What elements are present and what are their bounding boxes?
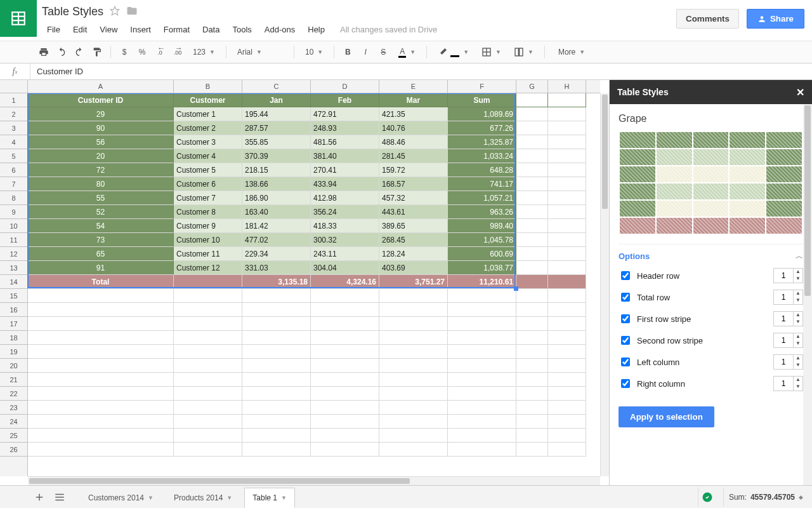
redo-icon[interactable] [71, 44, 88, 60]
spin-up-icon[interactable]: ▲ [794, 290, 802, 297]
row-header-20[interactable]: 20 [0, 359, 27, 373]
row-header-21[interactable]: 21 [0, 373, 27, 387]
borders-button[interactable]: ▼ [476, 44, 507, 60]
menu-tools[interactable]: Tools [227, 22, 256, 37]
more-button[interactable]: More▼ [553, 44, 591, 60]
option-checkbox[interactable] [621, 293, 630, 302]
caret-down-icon[interactable]: ▼ [226, 495, 232, 501]
caret-down-icon[interactable]: ▼ [148, 495, 154, 501]
col-header-A[interactable]: A [28, 80, 174, 93]
col-header-C[interactable]: C [242, 80, 311, 93]
col-header-G[interactable]: G [516, 80, 548, 93]
sheet-tab-1[interactable]: Products 2014▼ [166, 488, 240, 508]
fontsize-select[interactable]: 10▼ [299, 44, 329, 60]
option-spinner[interactable]: ▲▼ [773, 333, 803, 348]
horizontal-scrollbar[interactable] [28, 476, 600, 485]
doc-title[interactable]: Table Styles [42, 5, 103, 18]
option-checkbox[interactable] [621, 314, 630, 323]
row-header-5[interactable]: 5 [0, 149, 27, 163]
col-header-F[interactable]: F [448, 80, 516, 93]
col-header-H[interactable]: H [548, 80, 586, 93]
col-header-D[interactable]: D [311, 80, 379, 93]
row-header-11[interactable]: 11 [0, 233, 27, 247]
option-checkbox[interactable] [621, 379, 630, 388]
caret-down-icon[interactable]: ▼ [281, 495, 287, 501]
row-header-17[interactable]: 17 [0, 317, 27, 331]
option-spinner[interactable]: ▲▼ [773, 376, 803, 391]
row-header-1[interactable]: 1 [0, 93, 27, 107]
menu-data[interactable]: Data [197, 22, 225, 37]
option-checkbox[interactable] [621, 271, 630, 280]
paint-format-icon[interactable] [89, 44, 105, 60]
option-checkbox[interactable] [621, 336, 630, 345]
vertical-scrollbar[interactable] [600, 93, 609, 476]
sheet-tab-2[interactable]: Table 1▼ [244, 488, 295, 508]
option-value[interactable] [774, 333, 793, 347]
strikethrough-button[interactable]: S [375, 44, 391, 60]
merge-button[interactable]: ▼ [508, 44, 539, 60]
row-header-8[interactable]: 8 [0, 191, 27, 205]
menu-edit[interactable]: Edit [68, 22, 92, 37]
row-header-12[interactable]: 12 [0, 247, 27, 261]
row-header-6[interactable]: 6 [0, 163, 27, 177]
spreadsheet-grid[interactable]: ABCDEFGH 1234567891011121314151617181920… [0, 80, 609, 485]
menu-insert[interactable]: Insert [125, 22, 156, 37]
status-ok-icon[interactable] [698, 488, 717, 507]
fillcolor-button[interactable]: ▼ [432, 44, 475, 60]
row-header-13[interactable]: 13 [0, 261, 27, 275]
select-all-corner[interactable] [0, 80, 28, 93]
row-header-3[interactable]: 3 [0, 121, 27, 135]
menu-view[interactable]: View [95, 22, 122, 37]
sheet-tab-0[interactable]: Customers 2014▼ [80, 488, 162, 508]
row-header-19[interactable]: 19 [0, 345, 27, 359]
textcolor-button[interactable]: A▼ [393, 44, 421, 60]
apply-button[interactable]: Apply to selection [619, 406, 714, 427]
undo-icon[interactable] [53, 44, 70, 60]
option-spinner[interactable]: ▲▼ [773, 354, 803, 370]
currency-button[interactable]: $ [116, 44, 133, 60]
menu-format[interactable]: Format [159, 22, 195, 37]
italic-button[interactable]: I [357, 44, 374, 60]
bold-button[interactable]: B [339, 44, 356, 60]
close-icon[interactable]: ✕ [796, 86, 804, 98]
option-value[interactable] [774, 377, 793, 391]
style-preview[interactable] [619, 131, 803, 235]
option-value[interactable] [774, 269, 793, 283]
fx-icon[interactable]: fx [0, 64, 30, 79]
dec-decimal-button[interactable]: .0← [152, 44, 168, 60]
font-select[interactable]: Arial▼ [232, 44, 289, 60]
menu-help[interactable]: Help [303, 22, 330, 37]
menu-addons[interactable]: Add-ons [259, 22, 300, 37]
spin-up-icon[interactable]: ▲ [794, 333, 802, 340]
menu-file[interactable]: File [42, 22, 65, 37]
star-icon[interactable] [110, 6, 120, 18]
status-sum[interactable]: Sum: 45579.45705 ◆ [723, 488, 808, 507]
row-header-7[interactable]: 7 [0, 177, 27, 191]
option-checkbox[interactable] [621, 358, 630, 366]
add-sheet-button[interactable] [30, 488, 48, 506]
percent-button[interactable]: % [134, 44, 150, 60]
all-sheets-button[interactable] [51, 488, 69, 506]
inc-decimal-button[interactable]: .00→ [169, 44, 186, 60]
row-header-9[interactable]: 9 [0, 205, 27, 219]
col-header-E[interactable]: E [379, 80, 448, 93]
spin-down-icon[interactable]: ▼ [794, 384, 802, 391]
row-header-18[interactable]: 18 [0, 331, 27, 345]
spin-down-icon[interactable]: ▼ [794, 319, 802, 326]
option-spinner[interactable]: ▲▼ [773, 268, 803, 283]
spin-up-icon[interactable]: ▲ [794, 312, 802, 319]
spin-up-icon[interactable]: ▲ [794, 269, 802, 276]
row-header-10[interactable]: 10 [0, 219, 27, 233]
spin-up-icon[interactable]: ▲ [794, 377, 802, 384]
spin-down-icon[interactable]: ▼ [794, 276, 802, 283]
selection-handle[interactable] [514, 286, 518, 291]
row-header-2[interactable]: 2 [0, 107, 27, 121]
comments-button[interactable]: Comments [676, 9, 739, 29]
row-header-4[interactable]: 4 [0, 135, 27, 149]
row-header-25[interactable]: 25 [0, 429, 27, 443]
print-icon[interactable] [36, 44, 52, 60]
spin-up-icon[interactable]: ▲ [794, 355, 802, 362]
option-spinner[interactable]: ▲▼ [773, 290, 803, 305]
folder-icon[interactable] [126, 5, 138, 18]
row-header-24[interactable]: 24 [0, 415, 27, 429]
